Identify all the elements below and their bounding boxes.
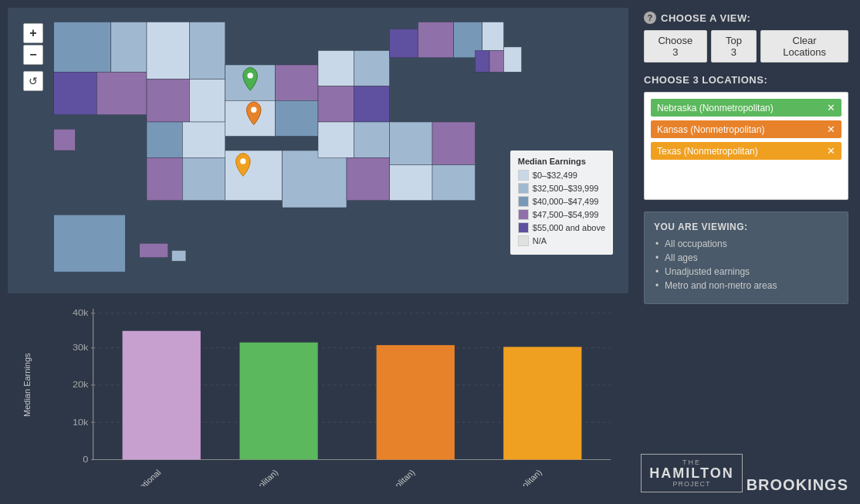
bar-national [123, 331, 201, 460]
svg-rect-36 [347, 157, 390, 201]
svg-rect-7 [147, 79, 190, 123]
svg-rect-34 [318, 122, 354, 157]
svg-rect-38 [489, 51, 504, 73]
svg-text:Kansas (Nonmetropolitan): Kansas (Nonmetropolitan) [337, 468, 416, 486]
svg-text:10k: 10k [73, 417, 89, 427]
location-tag-texas: Texas (Nonmetropolitan) ✕ [651, 142, 841, 160]
svg-rect-40 [54, 129, 76, 151]
svg-rect-10 [276, 65, 319, 100]
legend-color-5 [518, 222, 529, 233]
svg-point-42 [251, 107, 256, 113]
svg-rect-8 [190, 79, 225, 123]
legend-label-5: $55,000 and above [533, 223, 605, 232]
bar-kansas [377, 345, 455, 459]
viewing-item-1: All occupations [654, 238, 838, 249]
viewing-item-2: All ages [654, 252, 838, 263]
svg-text:Nebraska (Nonmetropolitan): Nebraska (Nonmetropolitan) [195, 468, 280, 486]
map-controls: + − ↺ [23, 23, 43, 91]
location-tag-nebraska: Nebraska (Nonmetropolitan) ✕ [651, 99, 841, 117]
logo-section: THE HAMILTON PROJECT BROOKINGS [644, 454, 848, 492]
svg-text:Texas (Nonmetropolitan): Texas (Nonmetropolitan) [469, 468, 544, 486]
svg-rect-4 [96, 72, 147, 115]
logo-brookings: BROOKINGS [747, 477, 848, 492]
legend-color-6 [518, 235, 529, 246]
legend-label-4: $47,500–$54,999 [533, 210, 599, 219]
bar-nebraska [239, 343, 317, 460]
svg-rect-33 [171, 251, 186, 262]
map-container: + − ↺ [8, 8, 628, 293]
legend-item-6: N/A [518, 235, 605, 246]
svg-rect-16 [354, 86, 389, 122]
svg-rect-37 [476, 51, 490, 73]
legend-color-4 [518, 209, 529, 220]
svg-point-43 [240, 158, 245, 164]
refresh-button[interactable]: ↺ [23, 71, 43, 91]
svg-rect-23 [390, 165, 433, 201]
logo-hamilton: HAMILTON [649, 466, 733, 480]
view-section: ? CHOOSE A VIEW: Choose 3 Top 3 Clear Lo… [644, 12, 848, 63]
svg-rect-12 [276, 100, 319, 136]
location-label-kansas: Kansas (Nonmetropolitan) [657, 124, 764, 135]
legend-item-5: $55,000 and above [518, 222, 605, 233]
svg-rect-6 [190, 22, 225, 79]
zoom-in-button[interactable]: + [23, 23, 43, 43]
remove-kansas-button[interactable]: ✕ [827, 123, 835, 135]
svg-rect-18 [418, 22, 454, 58]
view-header: ? CHOOSE A VIEW: [644, 12, 848, 24]
legend-item-4: $47,500–$54,999 [518, 209, 605, 220]
svg-rect-5 [147, 22, 190, 79]
svg-rect-26 [283, 151, 347, 208]
legend-label-3: $40,000–$47,499 [533, 197, 599, 206]
location-label-nebraska: Nebraska (Nonmetropolitan) [657, 103, 774, 113]
top3-button[interactable]: Top 3 [711, 30, 757, 63]
svg-rect-1 [54, 22, 111, 73]
svg-text:National: National [133, 468, 162, 486]
locations-section: CHOOSE 3 LOCATIONS: Nebraska (Nonmetropo… [644, 74, 848, 200]
legend-title: Median Earnings [518, 157, 605, 166]
location-label-texas: Texas (Nonmetropolitan) [657, 146, 758, 157]
legend-label-6: N/A [533, 236, 547, 245]
svg-rect-24 [432, 165, 476, 201]
legend-label-2: $32,500–$39,999 [533, 184, 599, 193]
svg-rect-27 [147, 122, 182, 157]
legend-label-1: $0–$32,499 [533, 171, 577, 180]
logo-project: PROJECT [649, 480, 733, 488]
svg-rect-28 [182, 122, 225, 157]
svg-rect-31 [54, 215, 126, 272]
svg-rect-20 [482, 22, 504, 51]
svg-text:0: 0 [83, 454, 88, 464]
locations-box: Nebraska (Nonmetropolitan) ✕ Kansas (Non… [644, 92, 848, 200]
chart-y-label: Median Earnings [22, 378, 32, 417]
svg-rect-15 [318, 86, 354, 122]
svg-text:30k: 30k [73, 343, 89, 353]
map-legend: Median Earnings $0–$32,499 $32,500–$39,9… [510, 151, 613, 255]
svg-text:40k: 40k [73, 309, 89, 318]
clear-locations-button[interactable]: Clear Locations [760, 30, 848, 63]
help-icon[interactable]: ? [644, 12, 656, 24]
viewing-item-4: Metro and non-metro areas [654, 280, 838, 291]
svg-rect-30 [182, 157, 225, 201]
svg-rect-22 [432, 122, 476, 165]
viewing-header: YOU ARE VIEWING: [654, 222, 838, 232]
view-buttons: Choose 3 Top 3 Clear Locations [644, 30, 848, 63]
left-panel: + − ↺ [0, 0, 636, 504]
legend-item-3: $40,000–$47,499 [518, 196, 605, 207]
svg-rect-32 [140, 243, 168, 258]
legend-color-2 [518, 183, 529, 194]
svg-rect-14 [354, 51, 389, 86]
svg-rect-2 [111, 22, 147, 73]
viewing-list: All occupations All ages Unadjusted earn… [654, 238, 838, 291]
svg-rect-35 [354, 122, 389, 157]
locations-header: CHOOSE 3 LOCATIONS: [644, 74, 848, 86]
svg-rect-39 [504, 47, 522, 72]
choose3-button[interactable]: Choose 3 [644, 30, 707, 63]
brookings-text-section: BROOKINGS [747, 477, 848, 492]
viewing-item-3: Unadjusted earnings [654, 266, 838, 277]
remove-nebraska-button[interactable]: ✕ [827, 102, 835, 113]
legend-item-1: $0–$32,499 [518, 170, 605, 181]
remove-texas-button[interactable]: ✕ [827, 145, 835, 157]
zoom-out-button[interactable]: − [23, 45, 43, 65]
viewing-section: YOU ARE VIEWING: All occupations All age… [644, 211, 848, 304]
legend-color-1 [518, 170, 529, 181]
brookings-logo: THE HAMILTON PROJECT [641, 454, 742, 492]
